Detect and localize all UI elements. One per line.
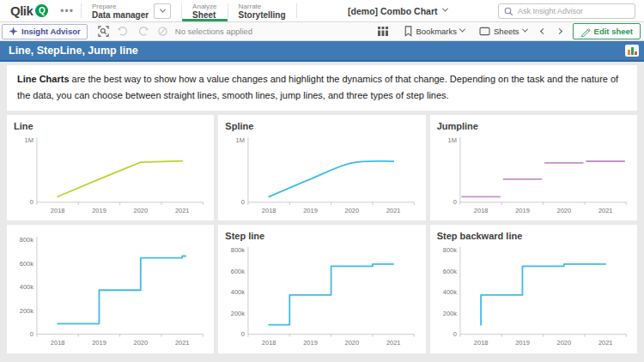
nav-prepare-label: Prepare	[92, 3, 149, 10]
chart-title: Line	[14, 120, 207, 132]
nav-analyze-label: Analyze	[192, 3, 216, 10]
svg-text:2020: 2020	[556, 339, 571, 347]
nav-narrate-value: Storytelling	[239, 10, 286, 20]
qlik-logo-text: Qlik	[10, 3, 33, 18]
svg-text:2018: 2018	[51, 206, 65, 214]
sheet-title-bar: Line, StepLine, Jump line	[0, 41, 644, 62]
chart-svg: 0200k400k600k800k2018201920202021	[437, 244, 630, 348]
insight-advisor-icon	[9, 27, 18, 36]
chevron-down-icon	[522, 27, 528, 33]
svg-text:2020: 2020	[134, 206, 149, 214]
sheets-label: Sheets	[494, 27, 519, 36]
chart-card-line[interactable]: Line 01M2018201920202021	[7, 115, 214, 221]
chart-title: Spline	[225, 120, 418, 132]
svg-text:2020: 2020	[134, 339, 149, 347]
svg-text:2020: 2020	[556, 206, 571, 214]
svg-text:0: 0	[453, 330, 456, 338]
svg-text:2019: 2019	[304, 206, 319, 214]
insight-advisor-search[interactable]	[498, 3, 635, 19]
line-chart[interactable]: 01M2018201920202021	[14, 134, 207, 216]
sheet-content: Line Charts are the best way to show how…	[0, 62, 644, 362]
chart-card-step-line[interactable]: Step line 0200k400k600k800k2018201920202…	[218, 225, 425, 353]
chart-svg: 0200k400k600k800k2018201920202021	[225, 244, 418, 348]
description-lead: Line Charts	[17, 74, 70, 84]
svg-text:2019: 2019	[515, 206, 530, 214]
insight-advisor-label: Insight Advisor	[21, 27, 81, 36]
smart-search-icon[interactable]	[98, 26, 109, 37]
svg-text:2018: 2018	[51, 339, 65, 347]
nav-prepare-value: Data manager	[92, 10, 149, 20]
svg-text:2019: 2019	[304, 339, 319, 347]
sheet-icon	[479, 27, 490, 36]
svg-text:800k: 800k	[20, 237, 33, 244]
svg-text:400k: 400k	[20, 284, 33, 292]
chevron-down-icon	[160, 7, 166, 13]
chevron-left-icon	[540, 28, 546, 34]
nav-analyze[interactable]: Analyze Sheet	[182, 0, 227, 21]
svg-text:0: 0	[30, 330, 33, 338]
nav-prepare[interactable]: Prepare Data manager	[82, 0, 181, 21]
svg-text:600k: 600k	[442, 268, 456, 275]
chart-svg: 01M2018201920202021	[437, 134, 630, 216]
selections-status: No selections applied	[175, 27, 252, 36]
nav-analyze-value: Sheet	[192, 10, 216, 20]
step-after-chart[interactable]: 0200k400k600k800k2018201920202021	[14, 233, 207, 348]
undo-icon	[118, 26, 129, 37]
chart-row-1: Line 01M2018201920202021 Spline 01M20182…	[7, 115, 637, 221]
svg-text:2020: 2020	[345, 206, 360, 214]
svg-text:600k: 600k	[20, 260, 33, 268]
chevron-right-icon	[556, 28, 562, 34]
sheet-overview-button[interactable]	[370, 26, 396, 37]
pencil-icon	[580, 27, 591, 37]
chart-card-spline[interactable]: Spline 01M2018201920202021	[218, 115, 425, 221]
search-icon	[504, 7, 513, 16]
chart-card-jumpline[interactable]: Jumpline 01M2018201920202021	[430, 115, 637, 221]
description-rest: are the best way to show how a value cha…	[17, 74, 618, 100]
chart-svg: 01M2018201920202021	[225, 134, 418, 216]
chart-card-step-after[interactable]: 0200k400k600k800k2018201920202021	[7, 225, 214, 353]
svg-text:2020: 2020	[345, 339, 360, 347]
edit-sheet-button[interactable]: Edit sheet	[573, 23, 641, 39]
svg-text:0: 0	[241, 198, 245, 206]
qlik-logo[interactable]: Qlik Q	[0, 0, 53, 21]
svg-text:0: 0	[453, 198, 456, 206]
nav-narrate[interactable]: Narrate Storytelling	[228, 0, 296, 21]
description-text-card: Line Charts are the best way to show how…	[7, 65, 637, 111]
chart-card-step-backward[interactable]: Step backward line 0200k400k600k800k2018…	[430, 225, 637, 353]
svg-text:1M: 1M	[447, 136, 456, 144]
previous-sheet-button[interactable]	[535, 29, 551, 33]
search-input[interactable]	[518, 7, 621, 15]
top-bar: Qlik Q ••• Prepare Data manager Analyze …	[0, 0, 644, 22]
insight-advisor-button[interactable]: Insight Advisor	[2, 24, 88, 39]
svg-text:2018: 2018	[262, 206, 276, 214]
app-title-menu[interactable]: [demo] Combo Chart	[297, 0, 498, 21]
more-menu-button[interactable]: •••	[53, 0, 81, 21]
svg-text:2021: 2021	[175, 339, 190, 347]
step-line-chart[interactable]: 0200k400k600k800k2018201920202021	[225, 244, 418, 348]
jumpline-chart[interactable]: 01M2018201920202021	[437, 134, 630, 216]
edit-sheet-label: Edit sheet	[594, 27, 633, 36]
clear-selections-icon	[157, 26, 168, 37]
chart-title: Jumpline	[437, 120, 630, 132]
spline-chart[interactable]: 01M2018201920202021	[225, 134, 418, 216]
step-backward-chart[interactable]: 0200k400k600k800k2018201920202021	[437, 244, 630, 348]
svg-text:2021: 2021	[598, 339, 613, 347]
svg-text:2018: 2018	[473, 339, 488, 347]
svg-text:200k: 200k	[231, 310, 245, 317]
chevron-down-icon	[441, 6, 447, 12]
svg-text:2018: 2018	[262, 339, 276, 347]
svg-text:200k: 200k	[442, 310, 456, 317]
chart-svg: 01M2018201920202021	[14, 134, 207, 216]
bookmarks-menu[interactable]: Bookmarks	[397, 26, 472, 37]
next-sheet-button[interactable]	[551, 29, 568, 33]
sheet-thumbnail-icon	[625, 45, 639, 57]
chart-row-2: 0200k400k600k800k2018201920202021 Step l…	[7, 225, 637, 353]
qlik-logo-q-icon: Q	[35, 4, 48, 17]
svg-text:2018: 2018	[473, 206, 488, 214]
prepare-dropdown-button[interactable]	[154, 3, 171, 19]
svg-text:200k: 200k	[20, 307, 33, 315]
chart-title: Step line	[225, 230, 418, 242]
sheets-menu[interactable]: Sheets	[472, 27, 534, 36]
qlik-sense-app: Qlik Q ••• Prepare Data manager Analyze …	[0, 0, 644, 362]
svg-text:600k: 600k	[231, 268, 245, 275]
